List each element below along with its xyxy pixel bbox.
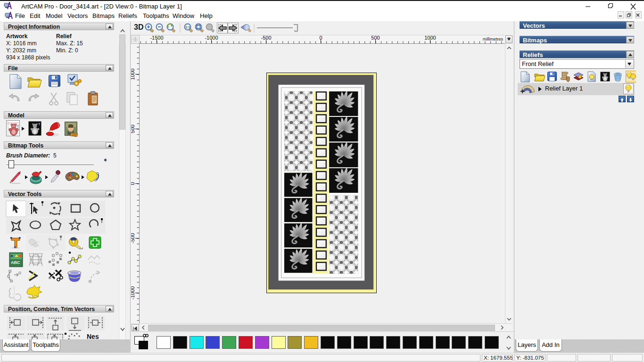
svg-text:-1500: -1500 bbox=[150, 35, 163, 41]
svg-text:0: 0 bbox=[131, 182, 135, 185]
svg-text:-1000: -1000 bbox=[205, 35, 218, 41]
svg-text:0: 0 bbox=[319, 35, 322, 41]
svg-text:Nes: Nes bbox=[87, 333, 99, 340]
svg-text:1:1: 1:1 bbox=[185, 25, 190, 29]
svg-text:millimetres: millimetres bbox=[483, 37, 504, 41]
svg-text:-1000: -1000 bbox=[131, 286, 135, 299]
svg-text:1000: 1000 bbox=[424, 35, 436, 41]
svg-text:500: 500 bbox=[371, 35, 380, 41]
svg-text:500: 500 bbox=[131, 124, 135, 133]
svg-text:T: T bbox=[17, 125, 19, 128]
svg-text:1000: 1000 bbox=[131, 68, 135, 80]
svg-text:-500: -500 bbox=[131, 233, 135, 243]
svg-text:-500: -500 bbox=[261, 35, 271, 41]
svg-text:ABC: ABC bbox=[11, 260, 20, 265]
svg-text:T: T bbox=[38, 123, 41, 126]
